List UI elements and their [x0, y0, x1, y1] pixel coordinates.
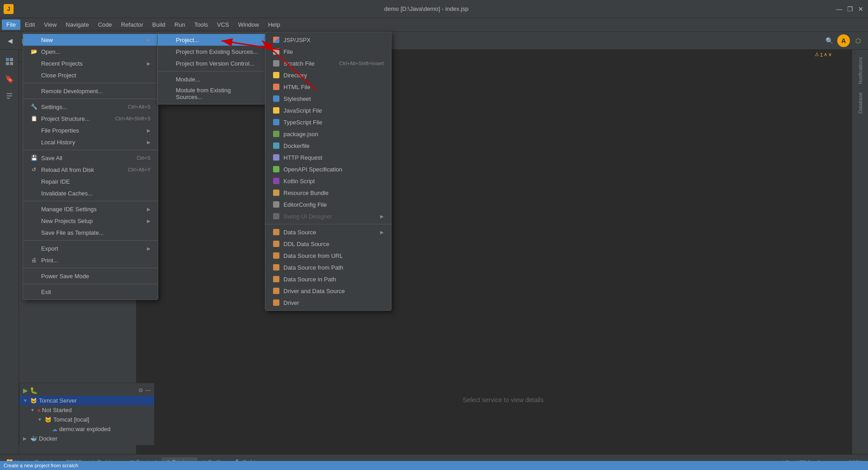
- window-title: demo [D:\Java\demo] - index.jsp: [17, 5, 835, 12]
- maximize-button[interactable]: ❐: [846, 5, 854, 13]
- right-sidebar-notifications[interactable]: Notifications: [858, 53, 863, 88]
- demo-war-label: demo:war exploded: [59, 426, 110, 432]
- project-panel-header: Project: [19, 50, 136, 62]
- minimize-button[interactable]: —: [835, 5, 843, 13]
- back-button[interactable]: ◀: [4, 34, 16, 47]
- right-sidebar-database[interactable]: Database: [858, 89, 863, 117]
- warning-up-arrow: ∧: [824, 52, 827, 57]
- menu-run[interactable]: Run: [170, 19, 190, 30]
- tomcat-server-item[interactable]: ▼ 🐱 Tomcat Server: [19, 396, 154, 405]
- warning-badge[interactable]: ⚠ 1 ∧ ∨: [815, 52, 832, 57]
- svg-rect-1: [10, 58, 13, 61]
- warning-count: 1: [820, 52, 823, 57]
- docker-icon: 🐳: [30, 436, 37, 442]
- sidebar-project-button[interactable]: [1, 53, 18, 70]
- tomcat-expand-arrow: ▼: [23, 398, 28, 403]
- plugin-icon[interactable]: ⬡: [852, 34, 864, 47]
- toolbar-separator-4: [203, 36, 204, 45]
- menu-code[interactable]: Code: [94, 19, 117, 30]
- services-settings-button[interactable]: ⚙: [138, 387, 143, 394]
- status-text: Create a new project from scratch: [4, 463, 78, 468]
- run-button[interactable]: ▶: [144, 34, 156, 47]
- menu-edit[interactable]: Edit: [20, 19, 39, 30]
- avatar-button[interactable]: A: [837, 34, 850, 47]
- menu-view[interactable]: View: [39, 19, 61, 30]
- services-panel: ▶ 🐛 ⚙ — ▼ 🐱 Tomcat Server ▼ ■ Not Starte…: [19, 383, 155, 445]
- not-started-expand-arrow: ▼: [30, 408, 36, 413]
- tomcat-local-icon: 🐱: [45, 417, 52, 423]
- project-tree: ▶ demo: [19, 62, 136, 75]
- services-run-button[interactable]: ▶: [23, 387, 28, 394]
- redo-button[interactable]: ↪: [73, 34, 86, 47]
- not-started-label: Not Started: [42, 407, 72, 413]
- demo-war-item[interactable]: ☁ demo:war exploded: [19, 424, 154, 434]
- coverage-button[interactable]: ☂: [173, 34, 185, 47]
- warning-icon: ⚠: [815, 52, 819, 57]
- svg-rect-3: [10, 62, 13, 65]
- services-toolbar: ▶ 🐛 ⚙ —: [19, 385, 154, 396]
- demo-war-icon: ☁: [52, 426, 57, 432]
- demo-project-label: demo: [32, 65, 47, 72]
- run-config-arrow: ▼: [131, 37, 137, 44]
- tomcat-local-expand-arrow: ▼: [38, 417, 43, 422]
- tomcat-config-icon: 🐱: [99, 37, 106, 44]
- toolbar-separator-3: [90, 36, 90, 45]
- services-debug-button[interactable]: 🐛: [30, 387, 38, 394]
- menu-vcs[interactable]: VCS: [212, 19, 234, 30]
- left-sidebar: 🔖: [0, 50, 19, 454]
- menu-navigate[interactable]: Navigate: [61, 19, 93, 30]
- tomcat-local-label: Tomcat [local]: [53, 416, 89, 423]
- docker-item[interactable]: ▶ 🐳 Docker: [19, 434, 154, 443]
- toolbar-separator-5: [224, 36, 224, 45]
- debug-button[interactable]: 🐛: [158, 34, 171, 47]
- sidebar-bookmarks-button[interactable]: 🔖: [1, 71, 18, 87]
- toolbar-separator-2: [55, 36, 55, 45]
- tomcat-local-item[interactable]: ▼ 🐱 Tomcat [local]: [19, 415, 154, 424]
- toolbar: ◀ ▶ 👤 ↩ ↪ 🐱 Tomcat ▼ ▶ 🐛 ☂ ⬛ ↻ 🔍 A ⬡: [0, 32, 868, 50]
- run-config-label: Tomcat: [109, 37, 128, 44]
- svg-rect-2: [6, 62, 9, 65]
- tomcat-server-icon: 🐱: [30, 398, 37, 404]
- stop-button[interactable]: ⬛: [187, 34, 200, 47]
- title-bar: J demo [D:\Java\demo] - index.jsp — ❐ ✕: [0, 0, 868, 18]
- menu-bar: File Edit View Navigate Code Refactor Bu…: [0, 18, 868, 32]
- search-button[interactable]: 🔍: [823, 34, 835, 47]
- status-bar: Create a new project from scratch: [0, 461, 868, 470]
- close-button[interactable]: ✕: [857, 5, 864, 13]
- menu-window[interactable]: Window: [234, 19, 264, 30]
- docker-expand-arrow: ▶: [23, 436, 28, 441]
- expand-arrow: ▶: [24, 66, 30, 71]
- profile-button[interactable]: 👤: [38, 34, 51, 47]
- menu-help[interactable]: Help: [264, 19, 285, 30]
- menu-refactor[interactable]: Refactor: [117, 19, 148, 30]
- not-started-item[interactable]: ▼ ■ Not Started: [19, 405, 154, 415]
- right-sidebar: Notifications Database: [852, 50, 868, 454]
- undo-button[interactable]: ↩: [59, 34, 71, 47]
- menu-file[interactable]: File: [2, 19, 20, 30]
- app-icon: J: [4, 4, 14, 14]
- services-minimize-button[interactable]: —: [145, 387, 151, 394]
- toolbar-separator-1: [34, 36, 35, 45]
- not-started-icon: ■: [38, 408, 40, 413]
- run-config-selector[interactable]: 🐱 Tomcat ▼: [95, 36, 140, 45]
- select-service-panel: Select service to view details: [155, 355, 852, 445]
- svg-rect-0: [6, 58, 9, 61]
- docker-label: Docker: [39, 435, 57, 442]
- menu-build[interactable]: Build: [148, 19, 170, 30]
- editor-content: <title>_: [137, 50, 852, 111]
- forward-button[interactable]: ▶: [18, 34, 31, 47]
- select-service-text: Select service to view details: [463, 396, 544, 404]
- menu-tools[interactable]: Tools: [190, 19, 212, 30]
- window-controls: — ❐ ✕: [835, 5, 864, 13]
- project-label: Project: [23, 52, 39, 59]
- tomcat-server-label: Tomcat Server: [39, 397, 77, 404]
- refresh-button[interactable]: ↻: [208, 34, 220, 47]
- warning-down-arrow: ∨: [828, 52, 832, 57]
- project-expand-button[interactable]: ▶ demo: [23, 64, 132, 73]
- sidebar-structure-button[interactable]: [1, 88, 18, 104]
